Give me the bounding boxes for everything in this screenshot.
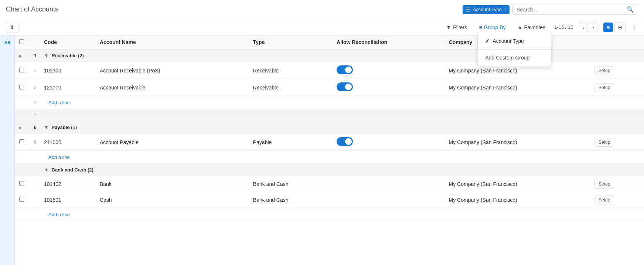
groupby-account-type[interactable]: ✔ Account Type bbox=[478, 34, 551, 48]
setup-101300[interactable]: Setup bbox=[590, 62, 644, 79]
row-checkbox-101501[interactable] bbox=[15, 192, 28, 208]
row-checkbox-101300[interactable] bbox=[15, 62, 28, 79]
more-options-icon[interactable]: ⋮ bbox=[631, 23, 638, 31]
setup-button-211000[interactable]: Setup bbox=[594, 138, 614, 147]
download-button[interactable]: ⬇ bbox=[6, 22, 18, 33]
groupby-button[interactable]: ≡ Group By bbox=[476, 23, 508, 32]
toolbar: ⬇ ▼ Filters ≡ Group By ✔ Account Type Ad… bbox=[0, 19, 644, 35]
search-box: 🔍 bbox=[512, 4, 638, 15]
name-121000: Account Receivable bbox=[95, 79, 249, 96]
list-view-button[interactable]: ≡ bbox=[603, 23, 613, 32]
row-checkbox-211000[interactable] bbox=[15, 134, 28, 151]
setup-button-121000[interactable]: Setup bbox=[594, 83, 614, 92]
favorites-button[interactable]: ★ Favorites bbox=[515, 23, 549, 32]
type-211000: Payable bbox=[249, 134, 332, 151]
add-line-link-receivable[interactable]: Add a line bbox=[44, 98, 74, 108]
table-container: Code Account Name Type Allow Reconciliat… bbox=[15, 35, 644, 265]
row-num-4: 4 bbox=[28, 96, 40, 109]
add-line-row-bank: Add a line bbox=[15, 208, 644, 221]
add-line-row-receivable: 4 Add a line bbox=[15, 96, 644, 109]
add-custom-group[interactable]: Add Custom Group bbox=[478, 51, 551, 64]
group-expand-bank[interactable] bbox=[15, 164, 28, 176]
select-all-checkbox[interactable] bbox=[19, 39, 24, 44]
add-line-bank[interactable]: Add a line bbox=[40, 208, 644, 221]
type-101300: Receivable bbox=[249, 62, 332, 79]
toolbar-right: ▼ Filters ≡ Group By ✔ Account Type Add … bbox=[443, 23, 638, 32]
type-101402: Bank and Cash bbox=[249, 176, 332, 192]
app-title: Chart of Accounts bbox=[6, 6, 58, 13]
add-line-link-payable[interactable]: Add a line bbox=[44, 152, 74, 162]
filters-icon: ▼ bbox=[446, 24, 451, 30]
name-211000: Account Payable bbox=[95, 134, 249, 151]
search-icon[interactable]: 🔍 bbox=[627, 6, 634, 13]
setup-button-101501[interactable]: Setup bbox=[594, 196, 614, 204]
next-page-button[interactable]: › bbox=[589, 23, 597, 32]
filters-label: Filters bbox=[453, 24, 467, 30]
add-line-payable[interactable]: Add a line bbox=[40, 151, 644, 164]
table-row: 101501 Cash Bank and Cash My Company (Sa… bbox=[15, 192, 644, 208]
reconcile-121000[interactable] bbox=[332, 79, 444, 96]
spacer-row-5: 5 bbox=[15, 109, 644, 121]
favorites-icon: ★ bbox=[518, 24, 522, 30]
company-211000: My Company (San Francisco) bbox=[444, 134, 590, 151]
group-row-num-6: 6 bbox=[28, 121, 40, 134]
row-num-3: 3 bbox=[28, 79, 40, 96]
pagination-nav: ‹ › bbox=[579, 23, 597, 32]
row-checkbox[interactable] bbox=[19, 139, 24, 144]
setup-button-101402[interactable]: Setup bbox=[594, 180, 614, 188]
account-name-header[interactable]: Account Name bbox=[95, 35, 249, 49]
row-checkbox[interactable] bbox=[19, 197, 24, 202]
allow-reconciliation-header[interactable]: Allow Reconciliation bbox=[332, 35, 444, 49]
toggle-121000[interactable] bbox=[337, 82, 353, 91]
setup-101402[interactable]: Setup bbox=[590, 176, 644, 192]
code-101501: 101501 bbox=[40, 192, 95, 208]
row-checkbox-121000[interactable] bbox=[15, 79, 28, 96]
select-all-header[interactable] bbox=[15, 35, 28, 49]
group-expand-receivable[interactable]: ▶ bbox=[15, 49, 28, 62]
type-header[interactable]: Type bbox=[249, 35, 332, 49]
pagination-info: 1-15 / 15 bbox=[554, 24, 573, 30]
reconcile-101501 bbox=[332, 192, 444, 208]
main-content: All Code Account Name Type Allow Reconci… bbox=[0, 35, 644, 265]
setup-101501[interactable]: Setup bbox=[590, 192, 644, 208]
filter-tag-close[interactable]: × bbox=[504, 7, 507, 12]
prev-page-button[interactable]: ‹ bbox=[579, 23, 587, 32]
toggle-211000[interactable] bbox=[337, 137, 353, 146]
row-num-2: 2 bbox=[28, 62, 40, 79]
group-expand-payable[interactable]: ▶ bbox=[15, 121, 28, 134]
sidebar-all-label[interactable]: All bbox=[4, 40, 10, 45]
view-buttons: ≡ ⊞ bbox=[603, 23, 626, 32]
setup-button-101300[interactable]: Setup bbox=[594, 66, 614, 75]
filters-button[interactable]: ▼ Filters bbox=[443, 23, 470, 32]
search-input[interactable] bbox=[517, 7, 627, 13]
reconcile-211000[interactable] bbox=[332, 134, 444, 151]
row-checkbox[interactable] bbox=[19, 68, 24, 72]
checkmark-icon: ✔ bbox=[485, 38, 490, 44]
reconcile-101300[interactable] bbox=[332, 62, 444, 79]
groupby-label: Group By bbox=[484, 24, 505, 30]
filter-tag-label: Account Type bbox=[473, 7, 502, 12]
setup-121000[interactable]: Setup bbox=[590, 79, 644, 96]
code-101402: 101402 bbox=[40, 176, 95, 192]
row-checkbox[interactable] bbox=[19, 85, 24, 89]
toggle-101300[interactable] bbox=[337, 65, 353, 74]
group-row-num-1: 1 bbox=[28, 49, 40, 62]
add-line-row-payable: Add a line bbox=[15, 151, 644, 164]
add-line-receivable[interactable]: Add a line bbox=[40, 96, 644, 109]
grid-view-button[interactable]: ⊞ bbox=[614, 23, 626, 32]
row-checkbox-101402[interactable] bbox=[15, 176, 28, 192]
add-line-link-bank[interactable]: Add a line bbox=[44, 210, 74, 220]
group-row-payable: ▶ 6 ▼ Payable (1) bbox=[15, 121, 644, 134]
account-type-filter-tag[interactable]: ☰ Account Type × bbox=[463, 5, 510, 14]
setup-211000[interactable]: Setup bbox=[590, 134, 644, 151]
reconcile-101402 bbox=[332, 176, 444, 192]
filter-tag-icon: ☰ bbox=[466, 7, 470, 13]
code-121000: 121000 bbox=[40, 79, 95, 96]
row-checkbox[interactable] bbox=[19, 181, 24, 186]
code-header[interactable]: Code bbox=[40, 35, 95, 49]
groupby-account-type-label: Account Type bbox=[493, 38, 524, 44]
sidebar-all[interactable]: All bbox=[0, 35, 15, 265]
toolbar-left: ⬇ bbox=[6, 22, 18, 33]
code-101300: 101300 bbox=[40, 62, 95, 79]
actions-header bbox=[590, 35, 644, 49]
